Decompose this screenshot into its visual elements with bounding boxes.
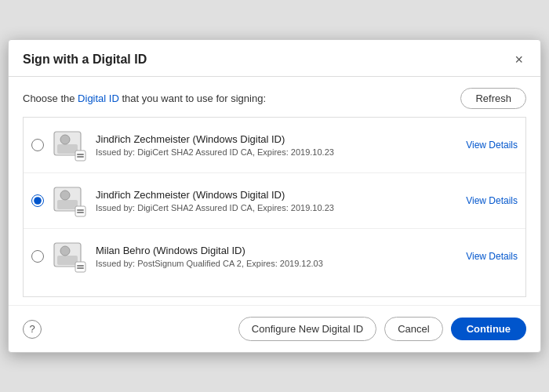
id-icon-2 (53, 184, 86, 217)
svg-rect-15 (75, 262, 85, 272)
list-item: Jindřich Zechmeister (Windows Digital ID… (24, 173, 525, 229)
subtitle-row: Choose the Digital ID that you want to u… (23, 88, 526, 109)
id-name-2: Jindřich Zechmeister (Windows Digital ID… (96, 189, 456, 201)
id-icon-1 (53, 129, 86, 162)
list-item: Milan Behro (Windows Digital ID) Issued … (24, 229, 525, 284)
sign-dialog: Sign with a Digital ID × Choose the Digi… (8, 39, 541, 353)
svg-rect-10 (77, 209, 84, 211)
id-name-3: Milan Behro (Windows Digital ID) (96, 245, 456, 256)
subtitle-link: Digital ID (78, 93, 119, 104)
dialog-title: Sign with a Digital ID (23, 53, 147, 67)
svg-rect-1 (57, 144, 78, 154)
id-list: Jindřich Zechmeister (Windows Digital ID… (23, 117, 526, 297)
id-issuer-2: Issued by: DigiCert SHA2 Assured ID CA, … (96, 203, 456, 212)
id-info-3: Milan Behro (Windows Digital ID) Issued … (96, 245, 456, 268)
svg-rect-3 (75, 151, 85, 161)
close-button[interactable]: × (511, 51, 526, 68)
id-issuer-3: Issued by: PostSignum Qualified CA 2, Ex… (96, 259, 456, 268)
radio-item-1[interactable] (31, 139, 44, 151)
view-details-button-3[interactable]: View Details (466, 251, 518, 262)
svg-point-2 (60, 135, 70, 144)
cancel-button[interactable]: Cancel (384, 317, 442, 341)
view-details-button-2[interactable]: View Details (466, 195, 518, 206)
dialog-header: Sign with a Digital ID × (9, 40, 540, 77)
list-item: Jindřich Zechmeister (Windows Digital ID… (24, 118, 525, 173)
svg-rect-17 (77, 267, 84, 269)
svg-rect-7 (57, 200, 78, 209)
svg-rect-5 (77, 156, 84, 158)
svg-rect-16 (77, 265, 84, 267)
configure-button[interactable]: Configure New Digital ID (238, 317, 376, 341)
view-details-button-1[interactable]: View Details (466, 140, 518, 151)
id-issuer-1: Issued by: DigiCert SHA2 Assured ID CA, … (96, 147, 456, 157)
dialog-body: Choose the Digital ID that you want to u… (9, 77, 540, 297)
continue-button[interactable]: Continue (451, 318, 526, 340)
svg-rect-4 (77, 154, 84, 155)
dialog-footer: ? Configure New Digital ID Cancel Contin… (9, 305, 540, 352)
refresh-button[interactable]: Refresh (460, 88, 526, 109)
help-button[interactable]: ? (23, 320, 42, 339)
id-info-1: Jindřich Zechmeister (Windows Digital ID… (96, 133, 456, 157)
svg-rect-13 (57, 256, 78, 265)
footer-actions: Configure New Digital ID Cancel Continue (238, 317, 526, 341)
svg-rect-9 (75, 206, 85, 216)
svg-point-14 (60, 246, 70, 256)
radio-item-2[interactable] (31, 194, 44, 207)
id-name-1: Jindřich Zechmeister (Windows Digital ID… (96, 133, 456, 145)
radio-item-3[interactable] (31, 250, 44, 263)
id-type-1: (Windows Digital ID) (193, 133, 285, 145)
id-type-2: (Windows Digital ID) (193, 189, 285, 201)
subtitle-text: Choose the Digital ID that you want to u… (23, 93, 266, 104)
id-icon-3 (53, 240, 86, 273)
svg-rect-11 (77, 212, 84, 213)
id-type-3: (Windows Digital ID) (153, 245, 245, 256)
svg-point-8 (60, 191, 70, 200)
id-info-2: Jindřich Zechmeister (Windows Digital ID… (96, 189, 456, 212)
